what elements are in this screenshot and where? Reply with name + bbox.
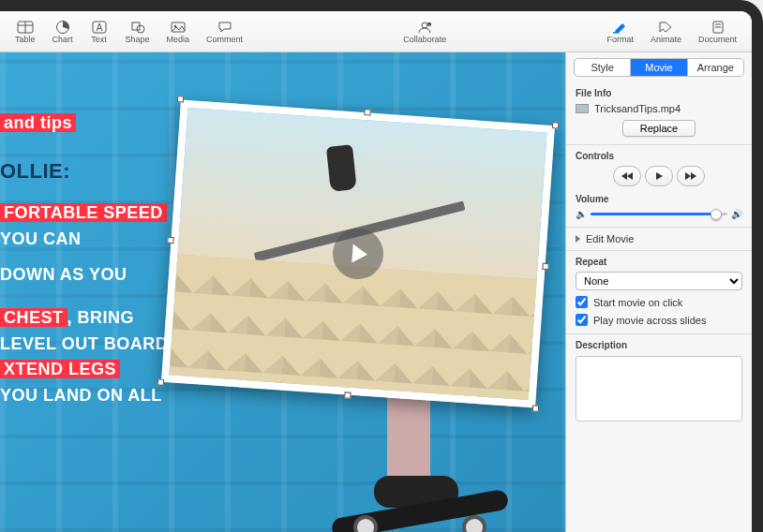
toolbar-chart-button[interactable]: Chart bbox=[45, 18, 81, 46]
svg-rect-13 bbox=[613, 32, 618, 34]
tab-style[interactable]: Style bbox=[575, 59, 630, 76]
section-heading: Volume bbox=[576, 194, 742, 204]
media-icon bbox=[169, 20, 187, 35]
toolbar-table-button[interactable]: Table bbox=[7, 18, 43, 46]
chart-icon bbox=[53, 20, 72, 35]
toolbar-label: Document bbox=[698, 35, 737, 44]
checkbox-label: Start movie on click bbox=[593, 297, 682, 308]
svg-text:A: A bbox=[96, 22, 102, 33]
file-info-section: File Info TricksandTips.mp4 Replace bbox=[566, 82, 752, 145]
resize-handle[interactable] bbox=[167, 237, 173, 244]
volume-slider[interactable] bbox=[591, 213, 727, 215]
checkbox-input[interactable] bbox=[576, 296, 588, 308]
slide-text-line: DOWN AS YOU bbox=[0, 262, 168, 288]
toolbar-group-insert: Table Chart AText Shape Media Comment bbox=[7, 18, 250, 46]
rewind-button[interactable] bbox=[613, 166, 641, 186]
svg-point-10 bbox=[422, 22, 427, 28]
toolbar-shape-button[interactable]: Shape bbox=[118, 18, 157, 46]
section-heading: File Info bbox=[576, 88, 742, 98]
toolbar-label: Table bbox=[15, 35, 36, 44]
slide-text-line: YOU CAN bbox=[0, 227, 168, 253]
checkbox-label: Play movie across slides bbox=[593, 315, 706, 326]
tab-arrange[interactable]: Arrange bbox=[687, 59, 743, 76]
slide-text-highlight: and tips bbox=[0, 113, 76, 132]
slide-text-line: YOU LAND ON ALL bbox=[0, 383, 168, 409]
section-heading: Description bbox=[576, 340, 742, 350]
inspector-tabs: Style Movie Arrange bbox=[574, 58, 744, 77]
volume-min-icon: 🔈 bbox=[576, 209, 587, 219]
file-name-label: TricksandTips.mp4 bbox=[594, 103, 681, 114]
slide-text-highlight: XTEND LEGS bbox=[0, 360, 120, 378]
toolbar-format-button[interactable]: Format bbox=[599, 18, 641, 46]
play-across-slides-checkbox[interactable]: Play movie across slides bbox=[576, 314, 742, 326]
repeat-section: Repeat None Start movie on click Play mo… bbox=[566, 251, 752, 334]
resize-handle[interactable] bbox=[542, 263, 548, 270]
toolbar-media-button[interactable]: Media bbox=[159, 18, 198, 46]
edit-movie-disclosure[interactable]: Edit Movie bbox=[566, 228, 752, 251]
comment-icon bbox=[216, 20, 234, 35]
tab-movie[interactable]: Movie bbox=[630, 59, 686, 76]
toolbar-label: Chart bbox=[52, 35, 73, 44]
format-icon bbox=[611, 20, 630, 35]
file-thumbnail-icon bbox=[576, 104, 589, 113]
chevron-right-icon bbox=[576, 235, 580, 243]
replace-button[interactable]: Replace bbox=[622, 120, 696, 137]
format-inspector: Style Movie Arrange File Info TricksandT… bbox=[565, 52, 752, 532]
svg-point-7 bbox=[137, 25, 144, 33]
toolbar-group-share: +Collaborate bbox=[396, 18, 454, 46]
document-icon bbox=[709, 20, 727, 35]
volume-max-icon: 🔊 bbox=[731, 209, 742, 219]
animate-icon bbox=[656, 20, 675, 35]
disclosure-label: Edit Movie bbox=[586, 233, 634, 244]
toolbar: Table Chart AText Shape Media Comment +C… bbox=[0, 11, 752, 52]
section-heading: Controls bbox=[576, 151, 742, 161]
slide-text-line: LEVEL OUT BOARD bbox=[0, 332, 168, 358]
resize-handle[interactable] bbox=[532, 405, 539, 411]
slide-text-highlight: CHEST bbox=[0, 308, 67, 327]
toolbar-label: Collaborate bbox=[403, 35, 446, 44]
forward-button[interactable] bbox=[677, 166, 705, 186]
slide-text-line: , BRING bbox=[67, 308, 135, 327]
start-on-click-checkbox[interactable]: Start movie on click bbox=[576, 296, 742, 308]
shape-icon bbox=[128, 20, 147, 35]
text-icon: A bbox=[90, 20, 109, 35]
resize-handle[interactable] bbox=[364, 109, 370, 115]
toolbar-label: Text bbox=[91, 35, 107, 44]
toolbar-animate-button[interactable]: Animate bbox=[643, 18, 689, 46]
resize-handle[interactable] bbox=[344, 392, 351, 398]
description-textarea[interactable] bbox=[576, 356, 742, 421]
slide-text-highlight: FORTABLE SPEED bbox=[0, 203, 167, 222]
toolbar-label: Shape bbox=[126, 35, 150, 44]
collaborate-icon: + bbox=[415, 20, 434, 35]
checkbox-input[interactable] bbox=[576, 314, 588, 326]
controls-section: Controls Volume 🔈 🔊 bbox=[566, 145, 752, 228]
resize-handle[interactable] bbox=[157, 378, 164, 385]
table-icon bbox=[16, 20, 35, 35]
play-button[interactable] bbox=[645, 166, 673, 186]
resize-handle[interactable] bbox=[552, 122, 559, 128]
toolbar-comment-button[interactable]: Comment bbox=[199, 18, 250, 46]
slide-canvas[interactable]: and tips OLLIE: FORTABLE SPEED YOU CAN D… bbox=[0, 52, 565, 532]
toolbar-label: Animate bbox=[651, 35, 681, 44]
toolbar-label: Format bbox=[606, 35, 634, 44]
toolbar-label: Comment bbox=[206, 35, 243, 44]
toolbar-label: Media bbox=[167, 35, 190, 44]
toolbar-collaborate-button[interactable]: +Collaborate bbox=[396, 18, 454, 46]
slide-text-block: and tips OLLIE: FORTABLE SPEED YOU CAN D… bbox=[0, 111, 168, 409]
volume-slider-knob[interactable] bbox=[711, 209, 722, 220]
toolbar-text-button[interactable]: AText bbox=[82, 18, 116, 46]
toolbar-group-inspector: Format Animate Document bbox=[599, 18, 744, 46]
repeat-select[interactable]: None bbox=[576, 272, 742, 290]
resize-handle[interactable] bbox=[177, 96, 184, 102]
selected-video-object[interactable] bbox=[161, 99, 555, 407]
toolbar-document-button[interactable]: Document bbox=[691, 18, 744, 46]
section-heading: Repeat bbox=[576, 257, 742, 267]
slide-title: OLLIE: bbox=[0, 155, 168, 187]
